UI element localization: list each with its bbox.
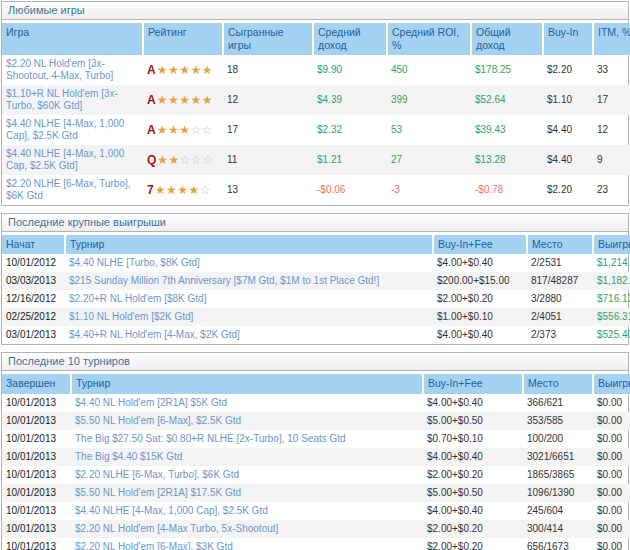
column-header-winnings: Выигрыш [593,374,630,393]
buy-in: $2.20 [543,55,593,85]
table-row: $4.40 NLHE [4-Max, 1,000 Cap, $2.5K Gtd]… [2,145,630,175]
column-header-tournament-name: Турнир [71,374,423,393]
finish-date: 10/01/2013 [2,412,71,430]
total-profit: $13.28 [471,145,543,175]
table-row: 10/01/2013$4.40 NLHE [4-Max, 1,000 Cap],… [2,502,630,520]
column-header-total-profit: Общий доход [471,23,543,55]
finish-date: 10/01/2013 [2,520,71,538]
total-profit: $178.25 [471,55,543,85]
place: 100/200 [523,430,593,448]
finish-date: 10/01/2013 [2,484,71,502]
section-title-favorite-games: Любимые игры [2,2,628,20]
tournament-name[interactable]: $2.20+R NL Hold'em [$8K Gtd] [65,290,433,308]
column-header-buy-in-fee: Buy-In+Fee [423,374,523,393]
table-row: 12/16/2012$2.20+R NL Hold'em [$8K Gtd]$2… [2,290,630,308]
tournament-name[interactable]: $2.20 NLHE [6-Max, Turbo], $6K Gtd [71,466,423,484]
place: 245/604 [523,502,593,520]
recent-tournaments-table: ЗавершенТурнирBuy-In+FeeМестоВыигрыш 10/… [2,374,630,550]
section-title-recent-tournaments: Последние 10 турниров [2,353,628,371]
buy-in-fee: $2.00+$0.20 [423,466,523,484]
tournament-name[interactable]: $1.10 NL Hold'em [$2K Gtd] [65,308,433,326]
itm-percent: 33 [593,55,630,85]
column-header-place: Место [527,235,593,254]
table-row: 10/01/2013The Big $4.40 $15K Gtd$4.00+$0… [2,448,630,466]
start-date: 02/25/2012 [2,308,65,326]
avg-roi: 53 [387,115,471,145]
avg-roi: -3 [387,175,471,205]
tournament-name[interactable]: $2.20 NL Hold'em [6-Max], $3K Gtd [71,538,423,550]
column-header-finish-date: Завершен [2,374,71,393]
tournament-name[interactable]: $4.40+R NL Hold'em [4-Max, $2K Gtd] [65,326,433,344]
tournament-name[interactable]: $5.50 NL Hold'em [6-Max], $2.5K Gtd [71,412,423,430]
tournament-name[interactable]: The Big $4.40 $15K Gtd [71,448,423,466]
itm-percent: 17 [593,85,630,115]
buy-in: $1.10 [543,85,593,115]
tournament-name[interactable]: $4.40 NLHE [Turbo, $8K Gtd] [65,254,433,272]
winnings: $556.31 [593,308,630,326]
star-filled-icon: ★★★ [157,123,191,137]
itm-percent: 12 [593,115,630,145]
table-row: 10/01/2013$4.40 NL Hold'em [2R1A] $5K Gt… [2,394,630,412]
total-profit: $39.43 [471,115,543,145]
winnings: $0.00 [593,394,630,412]
finish-date: 10/01/2013 [2,466,71,484]
place: 656/1673 [523,538,593,550]
star-filled-icon: ★★ [157,153,180,167]
tournament-name[interactable]: $4.40 NL Hold'em [2R1A] $5K Gtd [71,394,423,412]
total-profit: $52.64 [471,85,543,115]
winnings: $716.13 [593,290,630,308]
buy-in-fee: $2.00+$0.20 [433,290,527,308]
buy-in-fee: $4.00+$0.40 [423,448,523,466]
games-played: 18 [223,55,313,85]
table-row: 10/01/2013$2.20 NLHE [6-Max, Turbo], $6K… [2,466,630,484]
place: 2/373 [527,326,593,344]
avg-roi: 27 [387,145,471,175]
tournament-name[interactable]: $2.20 NL Hold'em [4-Max Turbo, 5x-Shooto… [71,520,423,538]
games-played: 13 [223,175,313,205]
itm-percent: 9 [593,145,630,175]
table-row: $1.10+R NL Hold'em [3x-Turbo, $60K Gtd]A… [2,85,630,115]
winnings: $0.00 [593,448,630,466]
table-row: 10/01/2013$5.50 NL Hold'em [6-Max], $2.5… [2,412,630,430]
finish-date: 10/01/2013 [2,448,71,466]
winnings: $1,182.83 [593,272,630,290]
column-header-avg-profit: Средний доход [313,23,387,55]
tournament-name[interactable]: $5.50 NL Hold'em [2R1A] $17.5K Gtd [71,484,423,502]
finish-date: 10/01/2013 [2,430,71,448]
winnings: $525.40 [593,326,630,344]
finish-date: 10/01/2013 [2,502,71,520]
avg-roi: 450 [387,55,471,85]
game-name[interactable]: $2.20 NLHE [6-Max, Turbo], $6K Gtd [2,175,143,205]
game-name[interactable]: $4.40 NLHE [4-Max, 1,000 Cap], $2.5K Gtd [2,115,143,145]
buy-in-fee: $2.00+$0.20 [423,520,523,538]
game-name[interactable]: $2.20 NL Hold'em [3x-Shootout, 4-Max, Tu… [2,55,143,85]
rating-letter: 7 [147,183,154,197]
table-row: 10/01/2012$4.40 NLHE [Turbo, $8K Gtd]$4.… [2,254,630,272]
player-stats-page: Любимые игры ИграРейтингСыгранные игрыСр… [0,0,630,550]
column-header-game-name: Игра [2,23,143,55]
column-header-winnings: Выигрыш [593,235,630,254]
tournament-name[interactable]: The Big $27.50 Sat: $0.80+R NLHE [2x-Tur… [71,430,423,448]
game-name[interactable]: $4.40 NLHE [4-Max, 1,000 Cap, $2.5K Gtd] [2,145,143,175]
finish-date: 10/01/2013 [2,538,71,550]
column-header-rating: Рейтинг [143,23,223,55]
table-row: 02/25/2012$1.10 NL Hold'em [$2K Gtd]$1.0… [2,308,630,326]
favorite-games-table: ИграРейтингСыгранные игрыСредний доходСр… [2,23,630,205]
rating-letter: A [147,123,156,137]
star-filled-icon: ★★★★★ [157,93,213,107]
favorite-games-section: Любимые игры ИграРейтингСыгранные игрыСр… [1,1,629,206]
game-name[interactable]: $1.10+R NL Hold'em [3x-Turbo, $60K Gtd] [2,85,143,115]
table-row: $4.40 NLHE [4-Max, 1,000 Cap], $2.5K Gtd… [2,115,630,145]
column-header-buy-in: Buy-In [543,23,593,55]
buy-in-fee: $5.00+$0.50 [423,484,523,502]
tournament-name[interactable]: $215 Sunday Million 7th Anniversary [$7M… [65,272,433,290]
table-row: 10/01/2013$5.50 NL Hold'em [2R1A] $17.5K… [2,484,630,502]
winnings: $1,214.83 [593,254,630,272]
buy-in: $4.40 [543,115,593,145]
winnings: $0.00 [593,502,630,520]
buy-in: $2.20 [543,175,593,205]
column-header-games-played: Сыгранные игры [223,23,313,55]
header-row: ИграРейтингСыгранные игрыСредний доходСр… [2,23,630,55]
tournament-name[interactable]: $4.40 NLHE [4-Max, 1,000 Cap], $2.5K Gtd [71,502,423,520]
start-date: 03/03/2013 [2,272,65,290]
